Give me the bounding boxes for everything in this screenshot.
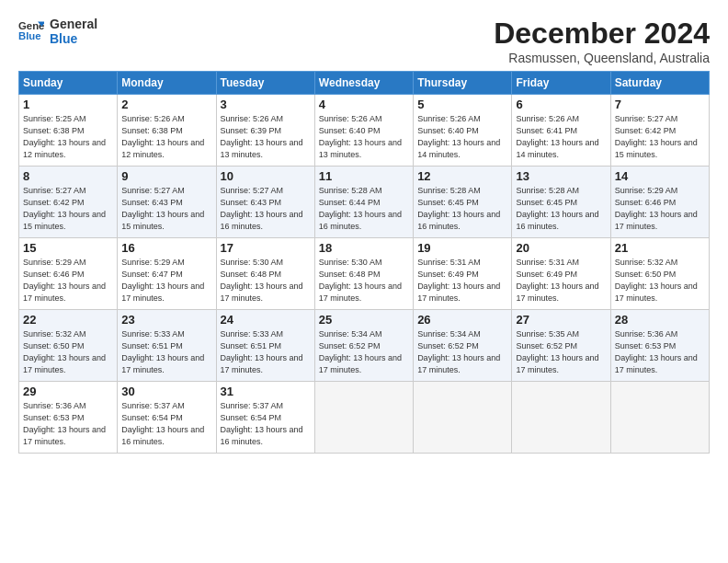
day-info: Sunrise: 5:28 AMSunset: 6:45 PMDaylight:…	[516, 186, 598, 231]
day-number: 20	[516, 241, 606, 255]
day-number: 5	[417, 98, 507, 111]
day-info: Sunrise: 5:27 AMSunset: 6:42 PMDaylight:…	[23, 186, 106, 231]
day-number: 18	[319, 241, 409, 255]
table-row: 5Sunrise: 5:26 AMSunset: 6:40 PMDaylight…	[414, 95, 512, 167]
calendar-week-5: 29Sunrise: 5:36 AMSunset: 6:53 PMDayligh…	[19, 382, 710, 454]
day-number: 10	[221, 169, 311, 183]
day-info: Sunrise: 5:34 AMSunset: 6:52 PMDaylight:…	[319, 329, 402, 374]
calendar-week-1: 1Sunrise: 5:25 AMSunset: 6:38 PMDaylight…	[19, 95, 710, 167]
table-row: 22Sunrise: 5:32 AMSunset: 6:50 PMDayligh…	[19, 310, 118, 382]
day-info: Sunrise: 5:33 AMSunset: 6:51 PMDaylight:…	[221, 329, 303, 374]
table-row: 9Sunrise: 5:27 AMSunset: 6:43 PMDaylight…	[118, 167, 216, 238]
header-row: Sunday Monday Tuesday Wednesday Thursday…	[19, 72, 710, 95]
day-number: 7	[615, 98, 705, 111]
table-row	[414, 382, 512, 454]
day-number: 22	[23, 313, 113, 327]
day-info: Sunrise: 5:27 AMSunset: 6:43 PMDaylight:…	[121, 186, 204, 231]
day-info: Sunrise: 5:26 AMSunset: 6:38 PMDaylight:…	[121, 114, 204, 159]
header-area: General Blue General Blue December 2024 …	[18, 17, 710, 65]
day-number: 23	[121, 313, 211, 327]
day-number: 28	[615, 313, 705, 327]
table-row: 3Sunrise: 5:26 AMSunset: 6:39 PMDaylight…	[216, 95, 314, 167]
day-number: 25	[319, 313, 409, 327]
day-number: 1	[23, 98, 113, 111]
day-info: Sunrise: 5:35 AMSunset: 6:52 PMDaylight:…	[516, 329, 598, 374]
calendar-week-3: 15Sunrise: 5:29 AMSunset: 6:46 PMDayligh…	[19, 238, 710, 310]
day-number: 17	[221, 241, 311, 255]
day-info: Sunrise: 5:33 AMSunset: 6:51 PMDaylight:…	[121, 329, 204, 374]
title-area: December 2024 Rasmussen, Queensland, Aus…	[494, 17, 710, 65]
col-saturday: Saturday	[610, 72, 709, 95]
calendar-week-4: 22Sunrise: 5:32 AMSunset: 6:50 PMDayligh…	[19, 310, 710, 382]
day-number: 13	[516, 169, 606, 183]
logo-icon: General Blue	[18, 18, 44, 44]
table-row: 27Sunrise: 5:35 AMSunset: 6:52 PMDayligh…	[512, 310, 610, 382]
day-info: Sunrise: 5:26 AMSunset: 6:41 PMDaylight:…	[516, 114, 598, 159]
svg-text:Blue: Blue	[18, 30, 41, 41]
table-row: 10Sunrise: 5:27 AMSunset: 6:43 PMDayligh…	[216, 167, 314, 238]
table-row	[314, 382, 413, 454]
day-info: Sunrise: 5:32 AMSunset: 6:50 PMDaylight:…	[23, 329, 106, 374]
col-sunday: Sunday	[19, 72, 118, 95]
day-info: Sunrise: 5:32 AMSunset: 6:50 PMDaylight:…	[615, 258, 698, 303]
day-number: 4	[319, 98, 409, 111]
day-number: 3	[221, 98, 311, 111]
col-thursday: Thursday	[414, 72, 512, 95]
col-wednesday: Wednesday	[314, 72, 413, 95]
day-info: Sunrise: 5:37 AMSunset: 6:54 PMDaylight:…	[121, 401, 204, 446]
day-number: 14	[615, 169, 705, 183]
day-number: 16	[121, 241, 211, 255]
calendar-table: Sunday Monday Tuesday Wednesday Thursday…	[18, 71, 710, 454]
table-row: 13Sunrise: 5:28 AMSunset: 6:45 PMDayligh…	[512, 167, 610, 238]
table-row: 18Sunrise: 5:30 AMSunset: 6:48 PMDayligh…	[314, 238, 413, 310]
day-info: Sunrise: 5:30 AMSunset: 6:48 PMDaylight:…	[319, 258, 402, 303]
day-info: Sunrise: 5:30 AMSunset: 6:48 PMDaylight:…	[221, 258, 303, 303]
logo-blue: Blue	[50, 31, 97, 46]
logo-general: General	[50, 17, 97, 31]
day-info: Sunrise: 5:26 AMSunset: 6:40 PMDaylight:…	[319, 114, 402, 159]
day-number: 21	[615, 241, 705, 255]
day-info: Sunrise: 5:29 AMSunset: 6:46 PMDaylight:…	[23, 258, 106, 303]
calendar-week-2: 8Sunrise: 5:27 AMSunset: 6:42 PMDaylight…	[19, 167, 710, 238]
day-info: Sunrise: 5:34 AMSunset: 6:52 PMDaylight:…	[417, 329, 500, 374]
col-tuesday: Tuesday	[216, 72, 314, 95]
day-info: Sunrise: 5:27 AMSunset: 6:43 PMDaylight:…	[221, 186, 303, 231]
day-number: 6	[516, 98, 606, 111]
table-row: 24Sunrise: 5:33 AMSunset: 6:51 PMDayligh…	[216, 310, 314, 382]
table-row: 17Sunrise: 5:30 AMSunset: 6:48 PMDayligh…	[216, 238, 314, 310]
day-number: 31	[221, 385, 311, 398]
table-row: 14Sunrise: 5:29 AMSunset: 6:46 PMDayligh…	[610, 167, 709, 238]
day-number: 19	[417, 241, 507, 255]
month-title: December 2024	[494, 17, 710, 51]
table-row: 7Sunrise: 5:27 AMSunset: 6:42 PMDaylight…	[610, 95, 709, 167]
day-number: 29	[23, 385, 113, 398]
table-row: 26Sunrise: 5:34 AMSunset: 6:52 PMDayligh…	[414, 310, 512, 382]
day-info: Sunrise: 5:28 AMSunset: 6:45 PMDaylight:…	[417, 186, 500, 231]
day-number: 15	[23, 241, 113, 255]
table-row: 12Sunrise: 5:28 AMSunset: 6:45 PMDayligh…	[414, 167, 512, 238]
calendar-page: General Blue General Blue December 2024 …	[0, 0, 728, 465]
day-info: Sunrise: 5:29 AMSunset: 6:46 PMDaylight:…	[615, 186, 698, 231]
day-info: Sunrise: 5:26 AMSunset: 6:40 PMDaylight:…	[417, 114, 500, 159]
table-row: 31Sunrise: 5:37 AMSunset: 6:54 PMDayligh…	[216, 382, 314, 454]
day-info: Sunrise: 5:36 AMSunset: 6:53 PMDaylight:…	[23, 401, 106, 446]
day-number: 24	[221, 313, 311, 327]
day-info: Sunrise: 5:29 AMSunset: 6:47 PMDaylight:…	[121, 258, 204, 303]
day-info: Sunrise: 5:36 AMSunset: 6:53 PMDaylight:…	[615, 329, 698, 374]
day-number: 2	[121, 98, 211, 111]
day-number: 8	[23, 169, 113, 183]
table-row: 6Sunrise: 5:26 AMSunset: 6:41 PMDaylight…	[512, 95, 610, 167]
table-row: 19Sunrise: 5:31 AMSunset: 6:49 PMDayligh…	[414, 238, 512, 310]
col-friday: Friday	[512, 72, 610, 95]
table-row: 1Sunrise: 5:25 AMSunset: 6:38 PMDaylight…	[19, 95, 118, 167]
day-number: 12	[417, 169, 507, 183]
table-row: 2Sunrise: 5:26 AMSunset: 6:38 PMDaylight…	[118, 95, 216, 167]
day-info: Sunrise: 5:25 AMSunset: 6:38 PMDaylight:…	[23, 114, 106, 159]
table-row: 25Sunrise: 5:34 AMSunset: 6:52 PMDayligh…	[314, 310, 413, 382]
table-row: 23Sunrise: 5:33 AMSunset: 6:51 PMDayligh…	[118, 310, 216, 382]
day-number: 26	[417, 313, 507, 327]
day-info: Sunrise: 5:31 AMSunset: 6:49 PMDaylight:…	[417, 258, 500, 303]
table-row: 15Sunrise: 5:29 AMSunset: 6:46 PMDayligh…	[19, 238, 118, 310]
table-row	[610, 382, 709, 454]
day-info: Sunrise: 5:31 AMSunset: 6:49 PMDaylight:…	[516, 258, 598, 303]
